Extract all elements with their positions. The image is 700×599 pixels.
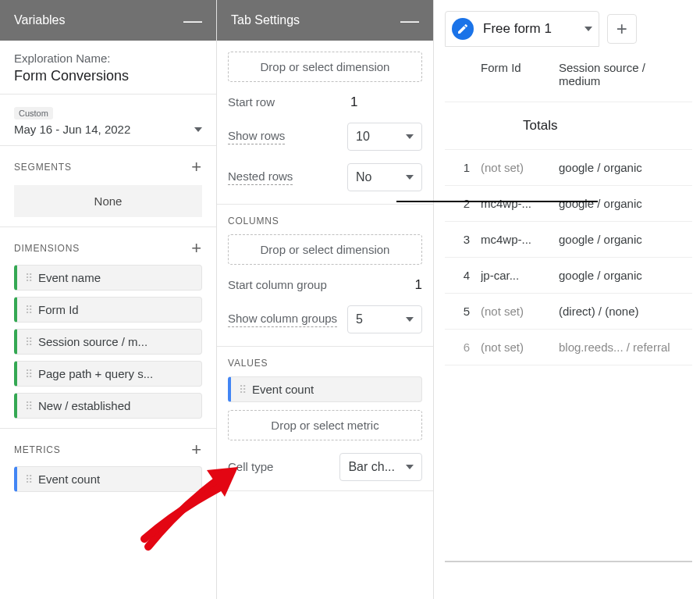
columns-title: COLUMNS bbox=[228, 216, 279, 226]
add-tab-button[interactable]: + bbox=[607, 14, 637, 44]
start-row-value[interactable]: 1 bbox=[350, 94, 422, 110]
value-chip[interactable]: ⠿Event count bbox=[228, 376, 422, 402]
drag-handle-icon: ⠿ bbox=[239, 383, 246, 396]
exploration-name-section: Exploration Name: Form Conversions bbox=[0, 41, 216, 94]
tab-settings-title: Tab Settings bbox=[231, 13, 300, 27]
drag-handle-icon: ⠿ bbox=[25, 368, 32, 380]
columns-section: COLUMNS Drop or select dimension Start c… bbox=[217, 205, 433, 347]
date-custom-badge: Custom bbox=[14, 107, 53, 119]
collapse-tabsettings-icon[interactable]: — bbox=[400, 11, 419, 30]
rows-section: Drop or select dimension Start row 1 Sho… bbox=[217, 41, 433, 205]
totals-row: Totals bbox=[445, 102, 692, 150]
start-row-label: Start row bbox=[228, 95, 275, 110]
segments-title: SEGMENTS bbox=[14, 162, 72, 173]
report-column-headers: Form Id Session source / medium bbox=[445, 61, 692, 102]
show-col-label: Show column groups bbox=[228, 312, 337, 327]
col-header-form-id[interactable]: Form Id bbox=[481, 61, 559, 87]
table-row[interactable]: 4jp-car...google / organic bbox=[445, 258, 692, 294]
start-col-value[interactable]: 1 bbox=[415, 277, 422, 293]
variables-header: Variables — bbox=[0, 0, 216, 41]
add-segment-icon[interactable]: + bbox=[191, 157, 202, 177]
add-metric-icon[interactable]: + bbox=[191, 440, 202, 460]
chevron-down-icon[interactable] bbox=[194, 127, 202, 132]
chevron-down-icon[interactable] bbox=[585, 27, 592, 31]
show-rows-select[interactable]: 10 bbox=[347, 123, 422, 151]
drop-dimension-rows[interactable]: Drop or select dimension bbox=[228, 52, 422, 82]
variables-panel: Variables — Exploration Name: Form Conve… bbox=[0, 0, 217, 599]
table-row[interactable]: 2mc4wp-...google / organic bbox=[445, 186, 692, 222]
date-range-value: May 16 - Jun 14, 2022 bbox=[14, 123, 130, 136]
dimension-chip[interactable]: ⠿New / established bbox=[14, 393, 202, 419]
show-col-select[interactable]: 5 bbox=[347, 305, 422, 333]
nested-rows-select[interactable]: No bbox=[347, 163, 422, 191]
chevron-down-icon bbox=[406, 134, 414, 139]
drag-handle-icon: ⠿ bbox=[25, 304, 32, 316]
table-row[interactable]: 1(not set)google / organic bbox=[445, 150, 692, 186]
cell-type-select[interactable]: Bar ch... bbox=[339, 453, 422, 481]
metric-chip[interactable]: ⠿Event count bbox=[14, 466, 202, 492]
nested-rows-label: Nested rows bbox=[228, 169, 293, 185]
drop-dimension-cols[interactable]: Drop or select dimension bbox=[228, 234, 422, 265]
dimension-chip[interactable]: ⠿Session source / m... bbox=[14, 329, 202, 355]
drag-handle-icon: ⠿ bbox=[25, 473, 32, 486]
variables-title: Variables bbox=[14, 13, 66, 27]
dimension-chip[interactable]: ⠿Form Id bbox=[14, 297, 202, 323]
exploration-name-value[interactable]: Form Conversions bbox=[14, 68, 202, 84]
drag-handle-icon: ⠿ bbox=[25, 272, 32, 284]
date-range-section[interactable]: Custom May 16 - Jun 14, 2022 bbox=[0, 94, 216, 146]
metrics-section: METRICS + ⠿Event count bbox=[0, 429, 216, 501]
metrics-title: METRICS bbox=[14, 444, 61, 455]
add-dimension-icon[interactable]: + bbox=[191, 238, 202, 258]
edit-icon[interactable] bbox=[452, 18, 474, 40]
table-row[interactable]: 5(not set)(direct) / (none) bbox=[445, 294, 692, 330]
start-col-label: Start column group bbox=[228, 278, 327, 293]
report-panel: Free form 1 + Form Id Session source / m… bbox=[434, 0, 700, 599]
exploration-name-label: Exploration Name: bbox=[14, 52, 202, 65]
cell-type-label: Cell type bbox=[228, 460, 273, 475]
table-row[interactable]: 3mc4wp-...google / organic bbox=[445, 222, 692, 258]
dimensions-section: DIMENSIONS + ⠿Event name ⠿Form Id ⠿Sessi… bbox=[0, 227, 216, 429]
dimensions-title: DIMENSIONS bbox=[14, 243, 80, 254]
segments-section: SEGMENTS + None bbox=[0, 146, 216, 227]
show-rows-label: Show rows bbox=[228, 129, 285, 144]
col-header-session-medium[interactable]: Session source / medium bbox=[559, 61, 660, 87]
tab-settings-header: Tab Settings — bbox=[217, 0, 433, 41]
drag-handle-icon: ⠿ bbox=[25, 400, 32, 412]
dimension-chip[interactable]: ⠿Page path + query s... bbox=[14, 361, 202, 387]
tab-name: Free form 1 bbox=[483, 21, 552, 37]
segments-none[interactable]: None bbox=[14, 185, 202, 217]
drop-metric[interactable]: Drop or select metric bbox=[228, 410, 422, 440]
table-row[interactable]: 6(not set)blog.reeds... / referral bbox=[445, 330, 692, 365]
chevron-down-icon bbox=[406, 175, 414, 180]
dimension-chip[interactable]: ⠿Event name bbox=[14, 265, 202, 291]
drag-handle-icon: ⠿ bbox=[25, 336, 32, 348]
chevron-down-icon bbox=[406, 317, 414, 322]
collapse-variables-icon[interactable]: — bbox=[183, 11, 202, 30]
tab-settings-panel: Tab Settings — Drop or select dimension … bbox=[217, 0, 434, 599]
values-section: VALUES ⠿Event count Drop or select metri… bbox=[217, 347, 433, 491]
values-title: VALUES bbox=[228, 358, 268, 369]
chevron-down-icon bbox=[406, 465, 414, 469]
report-tab[interactable]: Free form 1 bbox=[445, 11, 599, 47]
